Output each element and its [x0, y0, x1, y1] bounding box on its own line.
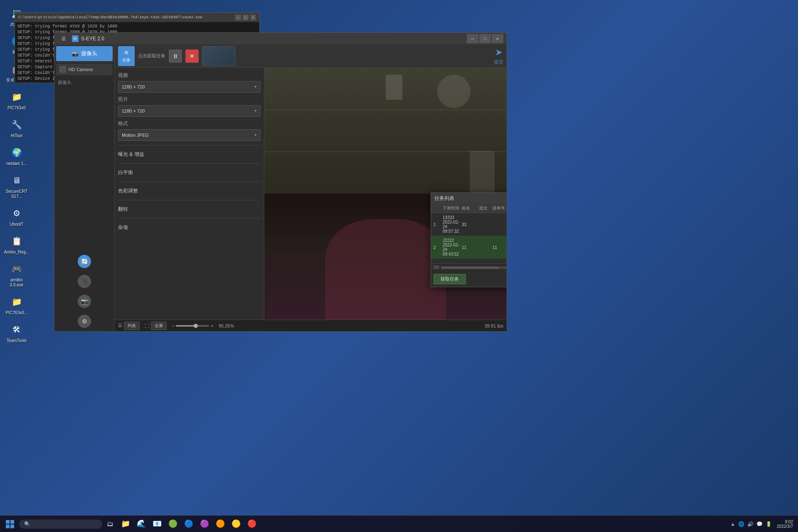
- hitool-label: HiTool: [11, 133, 22, 138]
- zoom-track[interactable]: [176, 325, 209, 327]
- refresh-icon-btn[interactable]: 🔄: [78, 255, 91, 268]
- tray-volume-icon[interactable]: 🔊: [746, 521, 754, 527]
- record-icon-btn[interactable]: 🎥: [78, 275, 91, 288]
- taskbar-app-edge[interactable]: 🌊: [134, 517, 149, 531]
- main-titlebar-left: ☰ 👁 S-EYE 2.0: [58, 34, 104, 43]
- hd-camera-label: HD Camera: [69, 67, 93, 72]
- pause-btn[interactable]: ⏸: [169, 49, 182, 63]
- desktop-icon-pic2[interactable]: 📁 PIC763x0...: [2, 293, 31, 317]
- photo-select-wrapper[interactable]: 1280 × 720: [118, 105, 261, 117]
- photo-select[interactable]: 1280 × 720: [118, 105, 261, 117]
- desktop-icon-uboot[interactable]: ⚙ UbootT: [2, 204, 31, 229]
- resolution-select-wrapper[interactable]: 1280 × 720: [118, 81, 261, 93]
- zoom-out-icon[interactable]: −: [172, 323, 174, 328]
- app-title: S-EYE 2.0: [81, 36, 104, 42]
- desktop-icon-securecrt[interactable]: 🖥 SecureCRT S17...: [2, 171, 31, 201]
- terminal-maximize-btn[interactable]: □: [243, 15, 249, 20]
- format-select[interactable]: Motion JPEG: [118, 129, 261, 141]
- zoom-thumb[interactable]: [194, 324, 198, 328]
- resolution-setting: 视频 1280 × 720: [118, 71, 261, 93]
- dialog-info-left: 0/0: [433, 265, 439, 270]
- hitool-icon: 🔧: [9, 117, 24, 132]
- terminal-close-btn[interactable]: ×: [250, 15, 256, 20]
- resolution-select[interactable]: 1280 × 720: [118, 81, 261, 93]
- fetch-tasks-hint: 点击获取任务: [138, 53, 165, 59]
- hamburger-menu-btn[interactable]: ☰: [58, 34, 69, 43]
- tray-network-icon[interactable]: 🌐: [737, 521, 745, 527]
- divider3: [118, 182, 261, 182]
- tray-message-icon[interactable]: 💬: [756, 521, 764, 527]
- desktop-icon-hitool[interactable]: 🔧 HiTool: [2, 116, 31, 140]
- maximize-btn[interactable]: □: [479, 34, 491, 43]
- pic-label: PIC763x0: [7, 106, 26, 111]
- other-section[interactable]: 杂项: [118, 223, 261, 232]
- tray-battery-icon[interactable]: 🔋: [765, 521, 773, 527]
- terminal-buttons: ─ □ ×: [235, 15, 256, 20]
- col-batch: 批次: [479, 205, 492, 211]
- row1-num: 1: [433, 222, 442, 227]
- start-button[interactable]: [2, 518, 17, 530]
- row2-bill: 11: [493, 245, 507, 250]
- taskbar-app-4[interactable]: 🟠: [213, 517, 228, 531]
- add-camera-btn[interactable]: 📷 摄像头: [56, 46, 113, 61]
- desktop-icon-netdam[interactable]: 🌍 netdam 1...: [2, 143, 31, 168]
- top-toolbar: ≡ 任务 点击获取任务 ⏸ ✕ ➤: [115, 44, 507, 68]
- taskbar-app-2[interactable]: 🔵: [181, 517, 196, 531]
- desktop-icon-amibo[interactable]: 📋 Amibo_Reg...: [2, 232, 31, 256]
- submit-btn[interactable]: ➤ 提交: [494, 46, 503, 66]
- col-num: [433, 205, 442, 211]
- task-list-btn[interactable]: ≡ 任务: [118, 46, 135, 66]
- camera-item-hd[interactable]: 🎥 HD Camera: [56, 64, 113, 75]
- task-row-1[interactable]: 1 13333 2022-02-24 09:57:32 33: [431, 213, 507, 236]
- taskbar-app-explorer[interactable]: 📁: [118, 517, 133, 531]
- zoom-percent: 95.25%: [219, 323, 234, 328]
- list-view-btn[interactable]: 列表: [124, 322, 140, 330]
- system-clock[interactable]: 9:02 2022/3/7: [774, 520, 796, 529]
- desktop-icon-pic[interactable]: 📁 PIC763x0: [2, 88, 31, 112]
- app4-icon: 🟠: [216, 519, 225, 528]
- list-view-item: ☰ 列表: [118, 322, 140, 330]
- taskbar-app-6[interactable]: 🔴: [244, 517, 259, 531]
- win-sq3: [6, 525, 10, 528]
- taskbar-app-1[interactable]: 🟢: [165, 517, 180, 531]
- terminal-minimize-btn[interactable]: ─: [235, 15, 241, 20]
- color-section[interactable]: 色彩调整: [118, 186, 261, 196]
- fullscreen-btn[interactable]: 全屏: [151, 322, 167, 330]
- search-icon: 🔍: [24, 521, 30, 527]
- toolbar-btn-group: ≡ 任务: [118, 46, 135, 66]
- tray-expand-icon[interactable]: ▲: [729, 521, 736, 527]
- task-view-btn[interactable]: 🗂: [104, 518, 116, 530]
- hd-camera-icon: 🎥: [59, 66, 66, 73]
- fetch-tasks-btn[interactable]: 获取任务: [433, 274, 466, 284]
- app1-icon: 🟢: [168, 519, 177, 528]
- zoom-in-icon[interactable]: +: [211, 323, 213, 328]
- capture-icon-btn[interactable]: 📷: [78, 295, 91, 308]
- uboot-label: UbootT: [10, 222, 24, 227]
- amibo-label: Amibo_Reg...: [4, 250, 30, 255]
- task-thumbnail: [202, 46, 235, 66]
- teamtools-icon: 🛠: [9, 322, 24, 337]
- camera-btn-label: 摄像头: [81, 50, 97, 57]
- sidebar-top: 📷 摄像头: [54, 44, 114, 63]
- close-task-btn[interactable]: ✕: [185, 49, 199, 63]
- settings-icon-btn[interactable]: ⚙: [78, 315, 91, 328]
- white-balance-section[interactable]: 白平衡: [118, 168, 261, 177]
- taskbar-search-box[interactable]: 🔍: [19, 520, 102, 529]
- dialog-titlebar: 任务列表 ? ×: [431, 193, 507, 204]
- exposure-section[interactable]: 曝光 & 增益: [118, 150, 261, 159]
- taskbar-app-5[interactable]: 🟡: [229, 517, 244, 531]
- taskbar-app-mail[interactable]: 📧: [150, 517, 165, 531]
- pause-icon: ⏸: [172, 53, 178, 59]
- taskbar-app-3[interactable]: 🟣: [197, 517, 212, 531]
- format-select-wrapper[interactable]: Motion JPEG: [118, 129, 261, 141]
- close-btn[interactable]: ×: [492, 34, 503, 43]
- task-row-2[interactable]: 2 J2222 2022-02-24 09:43:52 11 11: [431, 236, 507, 259]
- main-titlebar: ☰ 👁 S-EYE 2.0 ─ □ ×: [54, 33, 507, 44]
- windows-icon: [6, 520, 14, 528]
- desktop-icon-teamtools[interactable]: 🛠 TeamTools: [2, 320, 31, 345]
- desktop-icon-amiibo[interactable]: 🎮 amiibo 3.0.exe: [2, 260, 31, 289]
- minimize-btn[interactable]: ─: [467, 34, 478, 43]
- resolution-label: 视频: [118, 71, 261, 80]
- rotate-section[interactable]: 翻转: [118, 204, 261, 214]
- app5-icon: 🟡: [232, 519, 241, 528]
